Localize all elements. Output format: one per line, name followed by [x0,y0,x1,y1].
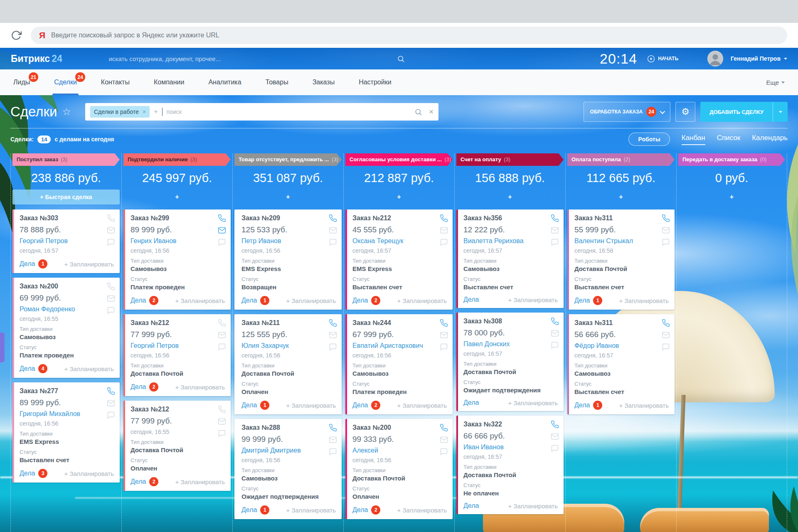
nav-item-leads[interactable]: Лиды21 [13,69,30,95]
deal-card[interactable]: Заказ №308 78 000 руб. Павел Донских сег… [456,313,564,411]
chat-icon[interactable] [329,343,337,351]
deal-title[interactable]: Заказ №322 [463,421,558,428]
chat-icon[interactable] [440,343,448,351]
schedule-link[interactable]: + Запланировать [175,478,225,485]
deal-contact-link[interactable]: Григорий Михайлов [20,410,114,418]
phone-icon[interactable] [329,214,337,222]
stage-header[interactable]: Оплата поступила (2) [567,153,675,166]
deal-title[interactable]: Заказ №209 [241,214,336,222]
todos-link[interactable]: Дела [20,365,35,372]
stage-header[interactable]: Согласованы условия доставки ... (3) [345,153,453,166]
nav-item-orders[interactable]: Заказы [313,69,335,95]
todos-link[interactable]: Дела [131,478,146,485]
nav-item-products[interactable]: Товары [266,69,288,95]
mail-icon[interactable] [329,436,337,444]
schedule-link[interactable]: + Запланировать [508,296,558,303]
deal-contact-link[interactable]: Георгий Петров [20,237,114,245]
add-deal-in-stage-button[interactable]: + [345,190,453,204]
mail-icon[interactable] [329,226,337,234]
address-bar[interactable]: Я Введите поисковый запрос в Яндекс или … [31,27,787,44]
todos-link[interactable]: Дела [352,297,368,304]
phone-icon[interactable] [440,319,448,327]
stage-header[interactable]: Подтвердили наличие (3) [123,153,231,166]
todos-link[interactable]: Дела [574,401,590,409]
deal-contact-link[interactable]: Евпатий Аристархович [352,342,447,350]
view-calendar[interactable]: Календарь [752,134,788,145]
deal-title[interactable]: Заказ №299 [131,214,225,222]
deal-contact-link[interactable]: Петр Иванов [241,237,336,245]
schedule-link[interactable]: + Запланировать [286,297,336,304]
mail-icon[interactable] [662,226,670,234]
stage-header[interactable]: Товар отсутствует, предложить ... (3) [234,153,342,166]
mail-icon[interactable] [440,436,448,444]
deal-contact-link[interactable]: Юлия Захарчук [241,342,336,350]
deal-contact-link[interactable]: Валентин Стрыкал [574,237,669,245]
chat-icon[interactable] [551,444,559,453]
todos-link[interactable]: Дела [131,383,146,391]
phone-icon[interactable] [329,319,337,327]
start-workday-button[interactable]: НАЧАТЬ [647,55,678,63]
search-icon[interactable] [397,55,405,63]
nav-item-settings[interactable]: Настройки [359,69,391,95]
deal-card[interactable]: Заказ №356 12 222 руб. Виалетта Рерихова… [456,209,564,308]
deal-title[interactable]: Заказ №244 [352,319,447,327]
deal-contact-link[interactable]: Алексей [352,447,447,454]
schedule-link[interactable]: + Запланировать [619,402,669,409]
deal-contact-link[interactable]: Иван Иванов [463,443,558,451]
schedule-link[interactable]: + Запланировать [508,399,558,406]
deal-card[interactable]: Заказ №212 45 555 руб. Оксана Терещук се… [345,209,453,310]
mail-icon[interactable] [107,294,115,303]
nav-more-menu[interactable]: Еще [766,79,785,86]
schedule-link[interactable]: + Запланировать [64,470,114,477]
clear-filter-icon[interactable]: × [429,107,433,116]
deal-title[interactable]: Заказ №211 [241,319,336,327]
deal-contact-link[interactable]: Виалетта Рерихова [463,237,558,245]
reload-icon[interactable] [11,30,22,41]
mail-icon[interactable] [551,432,559,441]
chat-icon[interactable] [329,448,337,456]
deal-card[interactable]: Заказ №244 67 999 руб. Евпатий Аристархо… [345,314,453,414]
user-avatar[interactable] [707,51,723,66]
add-deal-in-stage-button[interactable]: + [456,190,564,204]
schedule-link[interactable]: + Запланировать [397,507,447,514]
deal-card[interactable]: Заказ №288 99 999 руб. Дмитрий Дмитриев … [234,419,342,519]
chip-close-icon[interactable]: × [143,108,146,115]
mail-icon[interactable] [218,226,226,234]
todos-link[interactable]: Дела [131,297,146,304]
mail-icon[interactable] [440,226,448,234]
chat-icon[interactable] [551,238,559,246]
schedule-link[interactable]: + Запланировать [286,507,336,514]
schedule-link[interactable]: + Запланировать [508,502,558,510]
chat-icon[interactable] [107,411,115,419]
phone-icon[interactable] [107,214,115,222]
deal-title[interactable]: Заказ №277 [20,387,114,395]
work-timer[interactable]: 20:14 [600,51,637,67]
phone-icon[interactable] [551,317,559,325]
deals-today-counter[interactable]: Сделки: 14 с делами на сегодня [10,135,114,143]
chat-icon[interactable] [440,238,448,246]
filter-chip[interactable]: Сделки в работе× [90,106,150,118]
nav-item-deals[interactable]: Сделки24 [54,69,77,95]
deal-card[interactable]: Заказ №212 77 999 руб. Георгий Петров се… [123,314,231,396]
deal-title[interactable]: Заказ №200 [352,424,447,431]
schedule-link[interactable]: + Запланировать [397,297,447,304]
favorite-star-icon[interactable]: ☆ [62,106,71,118]
mail-icon[interactable] [218,331,226,339]
todos-link[interactable]: Дела [463,399,479,406]
chat-icon[interactable] [551,341,559,350]
deal-card[interactable]: Заказ №200 69 999 руб. Роман Федоренко с… [12,278,120,378]
deal-contact-link[interactable]: Роман Федоренко [20,305,114,313]
mail-icon[interactable] [107,226,115,234]
deal-card[interactable]: Заказ №303 78 888 руб. Георгий Петров се… [12,209,120,273]
deal-contact-link[interactable]: Фёдор Иванов [574,342,669,350]
stage-header[interactable]: Поступил заказ (3) [12,153,120,166]
schedule-link[interactable]: + Запланировать [64,365,114,372]
deal-card[interactable]: Заказ №209 125 533 руб. Петр Иванов сего… [234,209,342,310]
deal-card[interactable]: Заказ №277 89 999 руб. Григорий Михайлов… [12,382,120,483]
todos-link[interactable]: Дела [241,297,257,304]
deal-title[interactable]: Заказ №212 [131,319,225,327]
settings-gear-button[interactable]: ⚙ [675,102,695,122]
schedule-link[interactable]: + Запланировать [175,384,225,391]
mail-icon[interactable] [662,331,670,339]
phone-icon[interactable] [440,214,448,222]
